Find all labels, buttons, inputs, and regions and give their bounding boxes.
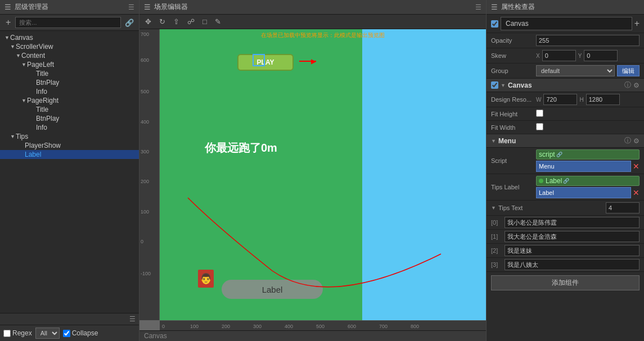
label-delete-btn[interactable]: ✕ bbox=[633, 189, 640, 197]
tool-rect[interactable]: □ bbox=[200, 16, 209, 27]
tree-item-pageleft-info[interactable]: Info bbox=[0, 87, 139, 96]
layer-manager-menu[interactable]: ☰ bbox=[128, 3, 134, 11]
tree-item-pageright-title[interactable]: Title bbox=[0, 105, 139, 114]
tips-input-0[interactable] bbox=[505, 217, 640, 228]
regex-checkbox[interactable] bbox=[3, 330, 11, 337]
group-select[interactable]: default bbox=[536, 65, 615, 76]
canvas-section-header[interactable]: ▼ Canvas ⓘ ⚙ bbox=[487, 79, 644, 92]
tips-text-count-input[interactable] bbox=[606, 202, 640, 213]
tree-item-label[interactable]: Label bbox=[0, 150, 139, 159]
collapse-label: Collapse bbox=[63, 329, 98, 337]
add-section-btn[interactable]: + bbox=[634, 19, 640, 29]
tree-item-pageleft[interactable]: ▼ PageLeft bbox=[0, 60, 139, 69]
script-input-wrap: ✕ bbox=[536, 161, 640, 172]
script-tag[interactable]: script 🔗 bbox=[536, 149, 640, 160]
play-arrow: ▶ bbox=[299, 61, 316, 62]
add-component-btn[interactable]: 添加组件 bbox=[491, 275, 640, 290]
tree-item-pageright-info[interactable]: Info bbox=[0, 123, 139, 132]
script-tag-link: 🔗 bbox=[556, 152, 562, 157]
tool-anchor[interactable]: ☍ bbox=[185, 16, 197, 27]
arrow-scrollerview[interactable]: ▼ bbox=[10, 44, 16, 49]
selected-box-play bbox=[253, 54, 265, 66]
design-w-input[interactable] bbox=[543, 94, 577, 105]
menu-section-help[interactable]: ⓘ bbox=[624, 136, 631, 146]
filter-select[interactable]: All bbox=[35, 328, 60, 339]
skew-y-input[interactable] bbox=[584, 50, 618, 61]
label-vis[interactable]: Label bbox=[222, 280, 323, 299]
fit-height-checkbox[interactable] bbox=[536, 110, 543, 117]
label-pageleft-title: Title bbox=[36, 70, 48, 78]
properties-panel: ☰ 属性检查器 + Opacity Skew X Y bbox=[487, 0, 644, 341]
layer-manager-icon: ☰ bbox=[4, 3, 11, 11]
label-pageleft-info: Info bbox=[36, 88, 47, 96]
character-vis[interactable]: 👨 bbox=[198, 270, 214, 288]
link-icon[interactable]: 🔗 bbox=[123, 16, 136, 29]
arrow-pageleft[interactable]: ▼ bbox=[21, 62, 27, 67]
menu-section-header[interactable]: ▼ Menu ⓘ ⚙ bbox=[487, 134, 644, 148]
character-icon: 👨 bbox=[200, 272, 212, 285]
canvas-section-checkbox[interactable] bbox=[491, 81, 498, 89]
tree-item-pageright-btnplay[interactable]: BtnPlay bbox=[0, 114, 139, 123]
tips-text-label: Tips Text bbox=[498, 204, 523, 211]
tips-index-0: [0] bbox=[491, 219, 505, 226]
design-h-label: H bbox=[579, 97, 583, 103]
opacity-label: Opacity bbox=[491, 37, 536, 44]
script-delete-btn[interactable]: ✕ bbox=[633, 162, 640, 170]
label-pageright-btnplay: BtnPlay bbox=[36, 115, 59, 122]
tree-item-playershow[interactable]: PlayerShow bbox=[0, 141, 139, 150]
label-scrollerview: ScrollerView bbox=[16, 43, 53, 51]
group-edit-btn[interactable]: 编辑 bbox=[617, 65, 640, 76]
canvas-green bbox=[160, 29, 362, 320]
tree-item-pageleft-btnplay[interactable]: BtnPlay bbox=[0, 78, 139, 87]
canvas-section-settings[interactable]: ⚙ bbox=[633, 80, 640, 90]
fit-width-checkbox[interactable] bbox=[536, 123, 543, 130]
fit-height-label: Fit Height bbox=[491, 111, 536, 117]
layer-manager-title: 层级管理器 bbox=[15, 2, 48, 12]
arrow-content[interactable]: ▼ bbox=[16, 53, 21, 58]
opacity-input[interactable] bbox=[536, 35, 640, 46]
canvas-name-input[interactable] bbox=[501, 17, 632, 30]
arrow-pageright[interactable]: ▼ bbox=[21, 98, 27, 103]
script-input[interactable] bbox=[536, 161, 631, 172]
tree-item-pageright[interactable]: ▼ PageRight bbox=[0, 96, 139, 105]
design-h-input[interactable] bbox=[586, 94, 620, 105]
scene-editor-icon: ☰ bbox=[144, 3, 151, 11]
tool-extra[interactable]: ✎ bbox=[213, 16, 223, 27]
arrow-canvas[interactable]: ▼ bbox=[4, 35, 10, 40]
arrow-tips[interactable]: ▼ bbox=[10, 134, 16, 139]
tool-rotate[interactable]: ↻ bbox=[157, 16, 168, 27]
tool-scale[interactable]: ⇧ bbox=[171, 16, 182, 27]
label-pageleft: PageLeft bbox=[27, 61, 54, 69]
tool-move[interactable]: ✥ bbox=[143, 16, 154, 27]
tree-item-content[interactable]: ▼ Content bbox=[0, 51, 139, 60]
scene-menu-icon[interactable]: ☰ bbox=[475, 3, 481, 11]
props-title: 属性检查器 bbox=[501, 2, 535, 12]
tips-input-2[interactable] bbox=[505, 245, 640, 256]
canvas-enable-checkbox[interactable] bbox=[491, 20, 498, 28]
menu-section-settings[interactable]: ⚙ bbox=[633, 136, 640, 146]
label-tag[interactable]: Label 🔗 bbox=[536, 176, 640, 186]
label-pageright: PageRight bbox=[27, 97, 58, 104]
ruler-x: 0 100 200 300 400 500 600 700 800 bbox=[160, 320, 486, 330]
ruler-y: 700 600 500 400 300 200 100 0 -100 bbox=[139, 29, 160, 320]
canvas-section-help[interactable]: ⓘ bbox=[624, 80, 631, 90]
tree-bottom-menu-icon[interactable]: ☰ bbox=[129, 315, 136, 323]
tree-item-canvas[interactable]: ▼ Canvas bbox=[0, 33, 139, 42]
opacity-row: Opacity bbox=[487, 33, 644, 48]
add-node-btn[interactable]: + bbox=[3, 17, 13, 28]
scene-editor-title: 场景编辑器 bbox=[154, 2, 188, 12]
design-res-row: Design Reso... W H bbox=[487, 92, 644, 107]
tree-item-pageleft-title[interactable]: Title bbox=[0, 69, 139, 78]
collapse-checkbox[interactable] bbox=[63, 330, 70, 337]
tips-input-3[interactable] bbox=[505, 259, 640, 270]
regex-label: Regex bbox=[3, 329, 32, 337]
tree-item-tips[interactable]: ▼ Tips bbox=[0, 132, 139, 141]
label-input[interactable] bbox=[536, 187, 631, 198]
search-input[interactable] bbox=[15, 17, 121, 28]
warning-text: 在场景已加载中预览将显示：此模式是输出预览图 bbox=[261, 31, 385, 39]
skew-x-input[interactable] bbox=[542, 50, 576, 61]
tips-input-1[interactable] bbox=[505, 231, 640, 242]
label-tag-link: 🔗 bbox=[563, 178, 569, 184]
tree-item-scrollerview[interactable]: ▼ ScrollerView bbox=[0, 42, 139, 51]
play-button-vis[interactable]: PLAY bbox=[237, 54, 294, 71]
